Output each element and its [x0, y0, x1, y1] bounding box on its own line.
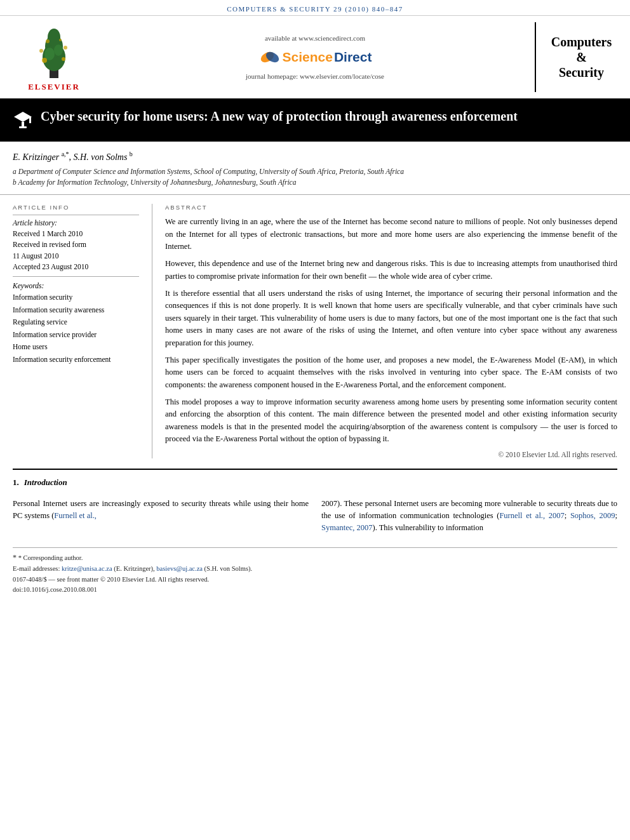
intro-columns: Personal Internet users are increasingly…: [13, 498, 617, 535]
abstract-para: However, this dependence and use of the …: [165, 258, 617, 283]
svg-point-13: [264, 50, 281, 64]
homepage-text: journal homepage: www.elsevier.com/locat…: [246, 72, 384, 80]
author-vonsolms: S.H. von Solms: [74, 152, 128, 162]
affil-b: b: [130, 150, 133, 157]
intro-para-2: 2007). These personal Internet users are…: [321, 498, 617, 535]
footnote-issn: 0167-4048/$ — see front matter © 2010 El…: [13, 575, 617, 585]
footnote-star: * * Corresponding author.: [13, 552, 617, 564]
copyright: © 2010 Elsevier Ltd. All rights reserved…: [165, 451, 617, 458]
footer-section: * * Corresponding author. E-mail address…: [13, 547, 617, 596]
elsevier-tree-icon: [25, 22, 83, 79]
journal-name-text: Computers&Security: [551, 34, 612, 80]
paper-title-section: Cyber security for home users: A new way…: [0, 100, 630, 142]
abstract-para: We are currently living in an age, where…: [165, 216, 617, 253]
abstract-para: This model proposes a way to improve inf…: [165, 396, 617, 446]
received1: Received 1 March 2010: [13, 229, 139, 239]
received-revised: Received in revised form: [13, 239, 139, 250]
svg-point-6: [42, 58, 47, 63]
svg-rect-16: [19, 126, 27, 128]
intro-col-2: 2007). These personal Internet users are…: [321, 498, 617, 535]
svg-point-8: [39, 49, 43, 53]
keyword-item: Regulating service: [13, 316, 139, 329]
svg-point-10: [46, 39, 50, 43]
star-symbol: *: [13, 553, 17, 562]
svg-point-5: [54, 44, 63, 56]
revised-date: 11 August 2010: [13, 251, 139, 262]
abstract-para: This paper specifically investigates the…: [165, 354, 617, 391]
cite-furnell2[interactable]: Furnell et al., 2007: [499, 511, 564, 520]
cite-furnell[interactable]: Furnell et al.,: [54, 511, 97, 520]
sciencedirect-logo: Science Direct: [258, 46, 372, 69]
svg-marker-14: [14, 112, 32, 122]
paper-title: Cyber security for home users: A new way…: [41, 108, 518, 124]
author-kritzinger: E. Kritzinger: [13, 152, 59, 162]
sd-leaves-icon: [258, 46, 281, 69]
keyword-item: Information security enforcement: [13, 354, 139, 366]
svg-point-7: [62, 57, 65, 61]
graduation-icon: [13, 109, 33, 130]
svg-rect-17: [29, 117, 31, 123]
cite-sophos[interactable]: Sophos, 2009: [570, 511, 615, 520]
footnote-email: E-mail addresses: kritze@unisa.ac.za (E.…: [13, 564, 617, 575]
svg-rect-15: [22, 122, 24, 127]
footnote-star-text: * Corresponding author.: [18, 554, 83, 561]
footnote-doi: doi:10.1016/j.cose.2010.08.001: [13, 585, 617, 596]
svg-point-9: [64, 46, 67, 50]
affiliation-b: b Academy for Information Technology, Un…: [13, 177, 617, 188]
divider-2: [13, 276, 139, 277]
elsevier-name: ELSEVIER: [28, 82, 80, 92]
authors-line: E. Kritzinger a,*, S.H. von Solms b: [13, 150, 617, 163]
keywords-label: Keywords:: [13, 282, 139, 290]
intro-para-1: Personal Internet users are increasingly…: [13, 498, 309, 523]
abstract-heading: ABSTRACT: [165, 204, 617, 211]
introduction-section: 1. Introduction Personal Internet users …: [13, 469, 617, 535]
keyword-item: Information service provider: [13, 329, 139, 342]
history-label: Article history:: [13, 219, 139, 227]
paper-icon: [13, 109, 33, 134]
keyword-item: Home users: [13, 341, 139, 354]
cite-symantec[interactable]: Symantec, 2007: [321, 523, 373, 532]
accepted: Accepted 23 August 2010: [13, 262, 139, 272]
svg-point-11: [59, 39, 62, 41]
elsevier-logo: ELSEVIER: [13, 22, 95, 92]
divider-1: [13, 215, 139, 215]
keywords-list: Information securityInformation security…: [13, 291, 139, 366]
keyword-item: Information security: [13, 291, 139, 304]
keyword-item: Information security awareness: [13, 304, 139, 317]
article-info-col: ARTICLE INFO Article history: Received 1…: [13, 204, 152, 458]
article-info-heading: ARTICLE INFO: [13, 204, 139, 211]
email-vonsolms[interactable]: basievs@uj.ac.za: [156, 565, 203, 572]
journal-name-block: Computers&Security: [535, 22, 617, 92]
authors-section: E. Kritzinger a,*, S.H. von Solms b a De…: [0, 142, 630, 195]
abstract-col: ABSTRACT We are currently living in an a…: [152, 204, 617, 458]
journal-center: available at www.sciencedirect.com Scien…: [95, 22, 535, 92]
email-kritzinger[interactable]: kritze@unisa.ac.za: [62, 565, 112, 572]
journal-citation: COMPUTERS & SECURITY 29 (2010) 840–847: [0, 0, 630, 16]
affil-a: a,*: [62, 150, 69, 157]
sd-science-text: Science: [283, 50, 333, 65]
main-content: ARTICLE INFO Article history: Received 1…: [0, 204, 630, 458]
abstract-paragraphs: We are currently living in an age, where…: [165, 216, 617, 445]
intro-col-1: Personal Internet users are increasingly…: [13, 498, 309, 535]
abstract-para: It is therefore essential that all users…: [165, 288, 617, 349]
section-number: 1.: [13, 477, 19, 488]
section-title: Introduction: [24, 477, 67, 488]
svg-point-3: [48, 29, 60, 46]
affiliation-a: a Department of Computer Science and Inf…: [13, 166, 617, 177]
available-text: available at www.sciencedirect.com: [265, 34, 365, 42]
journal-header: ELSEVIER available at www.sciencedirect.…: [0, 16, 630, 100]
sd-direct-text: Direct: [334, 50, 372, 65]
citation-text: COMPUTERS & SECURITY 29 (2010) 840–847: [227, 5, 403, 13]
